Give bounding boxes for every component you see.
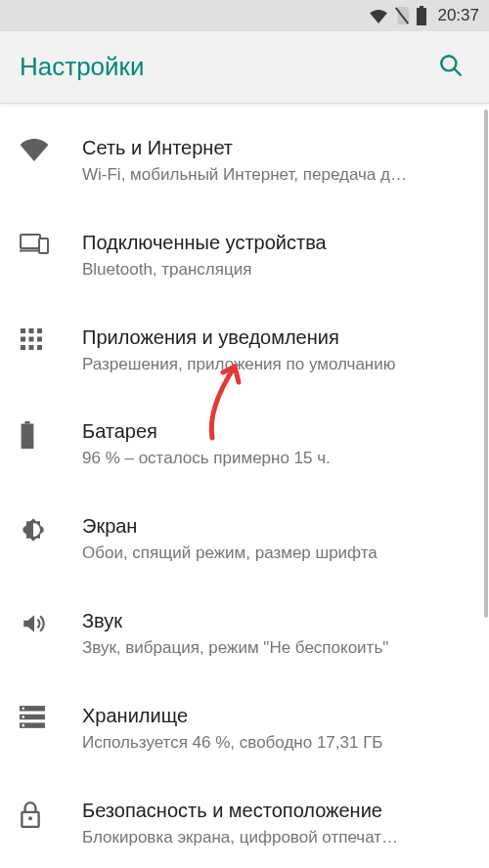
item-subtitle: Обои, спящий режим, размер шрифта (82, 542, 469, 565)
brightness-icon (20, 513, 82, 543)
item-subtitle: Звук, вибрация, режим "Не беспокоить" (82, 636, 469, 660)
svg-rect-10 (37, 328, 42, 333)
app-bar: Настройки (0, 31, 489, 104)
item-title: Сеть и Интернет (82, 135, 469, 161)
svg-rect-17 (24, 421, 29, 424)
settings-item-battery[interactable]: Батарея 96 % – осталось примерно 15 ч. (0, 397, 489, 492)
settings-item-apps[interactable]: Приложения и уведомления Разрешения, при… (0, 303, 489, 398)
settings-item-display[interactable]: Экран Обои, спящий режим, размер шрифта (0, 492, 489, 586)
item-subtitle: Wi-Fi, мобильный Интернет, передача д… (82, 163, 469, 187)
item-title: Хранилище (82, 703, 469, 729)
svg-rect-15 (29, 345, 34, 350)
item-subtitle: Bluetooth, трансляция (82, 258, 469, 282)
svg-rect-2 (417, 8, 426, 25)
status-time: 20:37 (437, 6, 479, 25)
apps-icon (20, 325, 82, 351)
item-title: Звук (82, 608, 469, 634)
battery-icon (416, 6, 427, 25)
svg-rect-18 (22, 424, 34, 449)
wifi-icon (20, 135, 82, 161)
svg-point-22 (22, 707, 24, 710)
svg-rect-7 (39, 239, 48, 253)
wifi-icon (369, 8, 388, 23)
settings-item-network[interactable]: Сеть и Интернет Wi-Fi, мобильный Интерне… (0, 113, 489, 208)
settings-item-storage[interactable]: Хранилище Используется 46 %, свободно 17… (0, 681, 489, 776)
volume-icon (20, 608, 82, 636)
scrollbar[interactable] (484, 109, 488, 618)
svg-rect-13 (37, 336, 42, 341)
item-subtitle: Используется 46 %, свободно 17,31 ГБ (82, 731, 469, 755)
svg-rect-6 (20, 249, 41, 251)
svg-rect-1 (420, 6, 423, 8)
item-subtitle: Блокировка экрана, цифровой отпечат… (82, 826, 469, 849)
settings-item-connected-devices[interactable]: Подключенные устройства Bluetooth, транс… (0, 208, 489, 303)
svg-point-26 (28, 816, 32, 820)
search-button[interactable] (432, 47, 469, 87)
item-subtitle: 96 % – осталось примерно 15 ч. (82, 447, 469, 470)
item-title: Приложения и уведомления (82, 325, 469, 351)
no-sim-icon (394, 7, 410, 24)
battery-icon (20, 418, 82, 449)
item-title: Подключенные устройства (82, 230, 469, 256)
settings-list: Сеть и Интернет Wi-Fi, мобильный Интерне… (0, 104, 489, 868)
search-icon (438, 66, 464, 81)
svg-rect-14 (21, 345, 25, 350)
page-title: Настройки (20, 52, 145, 82)
item-title: Экран (82, 513, 469, 540)
svg-rect-5 (21, 235, 40, 248)
lock-icon (20, 798, 82, 828)
settings-item-sound[interactable]: Звук Звук, вибрация, режим "Не беспокоит… (0, 586, 489, 681)
svg-rect-11 (21, 336, 25, 341)
settings-item-security[interactable]: Безопасность и местоположение Блокировка… (0, 776, 489, 868)
item-subtitle: Разрешения, приложения по умолчанию (82, 353, 469, 376)
svg-rect-16 (37, 345, 42, 350)
status-bar: 20:37 (0, 0, 489, 31)
item-title: Батарея (82, 418, 469, 445)
svg-rect-8 (21, 328, 25, 333)
svg-rect-9 (29, 328, 34, 333)
devices-icon (20, 230, 82, 254)
svg-line-4 (454, 68, 460, 74)
svg-point-24 (22, 724, 24, 727)
svg-point-23 (22, 716, 24, 718)
svg-rect-12 (29, 336, 34, 341)
item-title: Безопасность и местоположение (82, 798, 469, 824)
storage-icon (20, 703, 82, 729)
